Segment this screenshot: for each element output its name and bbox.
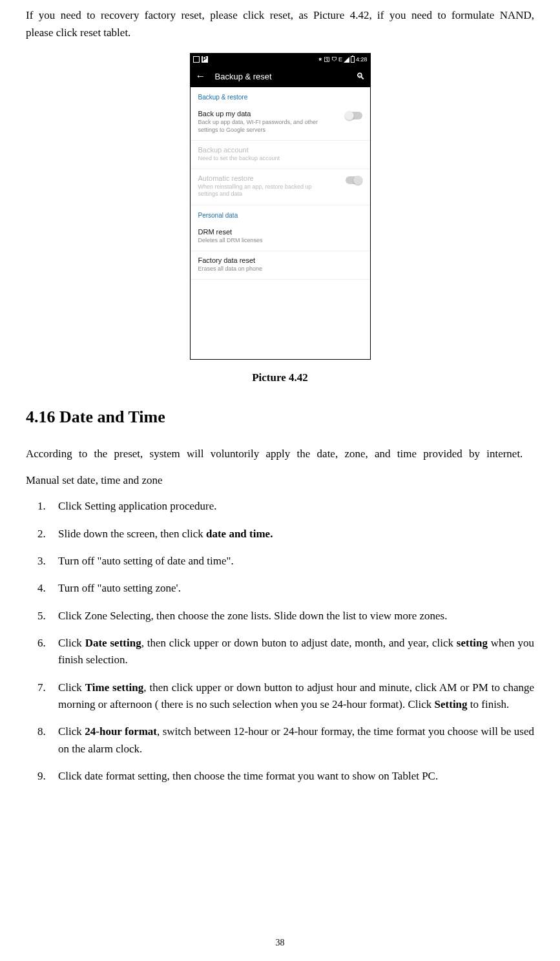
text: Slide down the screen, then click xyxy=(58,528,206,540)
subheading: Manual set date, time and zone xyxy=(26,471,534,490)
page-number: 38 xyxy=(0,938,560,948)
row-subtitle: Erases all data on phone xyxy=(198,265,321,273)
android-screenshot: P ⁕ ⚿ ⛉ E 4:28 ← Backup & reset 🔍︎ Backu… xyxy=(190,53,371,360)
figure-caption: Picture 4.42 xyxy=(26,371,534,384)
clock-text: 4:28 xyxy=(356,56,368,63)
row-subtitle: Back up app data, WI-FI passwords, and o… xyxy=(198,119,321,134)
text: to finish. xyxy=(468,698,510,710)
shield-icon: ⛉ xyxy=(331,56,337,63)
screen-title: Backup & reset xyxy=(215,72,272,81)
row-automatic-restore: Automatic restore When reinstalling an a… xyxy=(191,169,370,205)
search-icon[interactable]: 🔍︎ xyxy=(356,71,365,81)
intro-paragraph: If you need to recovery factory reset, p… xyxy=(26,6,534,41)
row-subtitle: Deletes all DRM licenses xyxy=(198,237,321,244)
row-title: Back up my data xyxy=(198,110,346,118)
steps-list: Click Setting application procedure. Sli… xyxy=(26,498,534,785)
app-icon xyxy=(193,56,200,63)
section-header-backup: Backup & restore xyxy=(191,87,370,105)
step-9: Click date format setting, then choose t… xyxy=(58,768,534,785)
status-bar: P ⁕ ⚿ ⛉ E 4:28 xyxy=(191,54,370,65)
bold-text: Setting xyxy=(435,698,468,710)
row-drm-reset[interactable]: DRM reset Deletes all DRM licenses xyxy=(191,223,370,251)
app-letter-icon: P xyxy=(202,56,208,63)
step-4: Turn off "auto setting zone'. xyxy=(58,580,534,597)
toggle-auto-restore xyxy=(346,176,362,184)
back-arrow-icon[interactable]: ← xyxy=(196,70,206,82)
text: , then click upper or down buton to adju… xyxy=(141,637,457,649)
bold-text: date and time. xyxy=(206,528,273,540)
section-heading: 4.16 Date and Time xyxy=(26,408,534,427)
bold-text: Date setting xyxy=(85,637,141,649)
bold-text: 24-hour format xyxy=(85,725,157,738)
text: Click xyxy=(58,637,85,649)
text: Click xyxy=(58,725,85,738)
data-icon: E xyxy=(338,56,342,63)
bold-text: setting xyxy=(457,637,488,649)
bold-text: Time setting xyxy=(85,681,144,694)
battery-icon xyxy=(351,56,355,63)
step-1: Click Setting application procedure. xyxy=(58,498,534,515)
row-factory-reset[interactable]: Factory data reset Erases all data on ph… xyxy=(191,251,370,280)
step-8: Click 24-hour format, switch between 12-… xyxy=(58,723,534,758)
row-backup-my-data[interactable]: Back up my data Back up app data, WI-FI … xyxy=(191,105,370,141)
step-2: Slide down the screen, then click date a… xyxy=(58,526,534,542)
body-paragraph: According to the preset, system will vol… xyxy=(26,445,534,464)
row-title: Automatic restore xyxy=(198,174,346,182)
step-6: Click Date setting, then click upper or … xyxy=(58,635,534,669)
section-header-personal: Personal data xyxy=(191,205,370,223)
row-backup-account: Backup account Need to set the backup ac… xyxy=(191,141,370,169)
row-subtitle: When reinstalling an app, restore backed… xyxy=(198,183,321,198)
screenshot-container: P ⁕ ⚿ ⛉ E 4:28 ← Backup & reset 🔍︎ Backu… xyxy=(26,53,534,360)
toggle-backup-data[interactable] xyxy=(346,112,362,119)
row-subtitle: Need to set the backup account xyxy=(198,155,321,162)
bluetooth-icon: ⁕ xyxy=(318,56,323,63)
key-icon: ⚿ xyxy=(324,56,330,63)
signal-icon xyxy=(344,57,349,63)
text: Click xyxy=(58,681,85,694)
step-5: Click Zone Selecting, then choose the zo… xyxy=(58,608,534,625)
title-bar: ← Backup & reset 🔍︎ xyxy=(191,65,370,87)
row-title: DRM reset xyxy=(198,228,362,236)
row-title: Factory data reset xyxy=(198,256,362,264)
step-3: Turn off "auto setting of date and time"… xyxy=(58,553,534,570)
row-title: Backup account xyxy=(198,146,362,154)
step-7: Click Time setting, then click upper or … xyxy=(58,679,534,714)
